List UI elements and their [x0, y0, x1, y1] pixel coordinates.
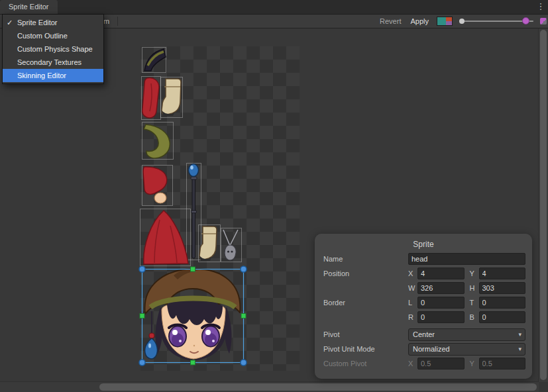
y-label: Y [470, 270, 476, 277]
border-row-rb: R B [315, 310, 532, 324]
menu-item-secondary-textures[interactable]: Secondary Textures [3, 56, 103, 69]
border-row-lt: Border L T [315, 295, 532, 310]
border-t-input[interactable] [479, 297, 526, 309]
zoom-slider[interactable] [459, 15, 533, 28]
border-label: Border [323, 299, 408, 307]
h-label: H [470, 284, 476, 292]
pivot-value: Center [413, 330, 435, 338]
rgb-swatch-icon[interactable] [437, 17, 453, 26]
l-label: L [408, 299, 414, 307]
horizontal-scrollbar-thumb[interactable] [99, 383, 537, 391]
revert-button[interactable]: Revert [378, 17, 402, 25]
position-h-input[interactable] [479, 282, 526, 294]
position-row-wh: W H [315, 281, 532, 295]
custom-pivot-x-label: X [408, 360, 414, 368]
name-label: Name [323, 255, 408, 263]
zoom-slider-thumb[interactable] [522, 17, 529, 24]
r-label: R [408, 313, 414, 321]
checkmark-icon: ✓ [7, 16, 15, 29]
custom-pivot-y-label: Y [470, 360, 476, 368]
name-row: Name [315, 252, 532, 266]
window-tab-sprite-editor[interactable]: Sprite Editor [0, 0, 58, 14]
pivot-row: Pivot Center ▾ [315, 327, 532, 342]
custom-pivot-row: Custom Pivot X Y [315, 356, 532, 371]
horizontal-scrollbar[interactable] [0, 381, 539, 392]
trim-button-partial[interactable]: m [103, 15, 109, 28]
vertical-scrollbar-thumb[interactable] [540, 30, 547, 380]
b-label: B [470, 313, 476, 321]
menu-item-custom-outline[interactable]: Custom Outline [3, 29, 103, 42]
pivot-unit-mode-value: Normalized [413, 345, 450, 353]
position-x-input[interactable] [417, 268, 465, 279]
scrollbar-corner [539, 382, 548, 392]
apply-button[interactable]: Apply [409, 17, 430, 25]
custom-pivot-label: Custom Pivot [323, 360, 408, 368]
border-b-input[interactable] [479, 311, 526, 323]
chevron-down-icon: ▾ [518, 331, 521, 338]
vertical-scrollbar[interactable] [538, 28, 548, 382]
chevron-down-icon: ▾ [518, 346, 521, 352]
panel-title: Sprite [315, 237, 532, 252]
position-y-input[interactable] [479, 268, 526, 279]
pivot-dropdown[interactable]: Center ▾ [408, 328, 525, 341]
sprite-editor-window: Sprite Name Position X Y [0, 0, 548, 392]
kebab-menu-icon[interactable]: ⋮ [535, 0, 546, 13]
custom-pivot-x-input [417, 358, 465, 369]
pivot-label: Pivot [323, 330, 408, 338]
x-label: X [408, 270, 414, 277]
border-l-input[interactable] [417, 297, 465, 309]
zoom-slider-min-dot [459, 19, 465, 24]
pivot-unit-mode-label: Pivot Unit Mode [323, 345, 408, 353]
sprite-inspector-panel: Sprite Name Position X Y [315, 234, 532, 379]
toolbar-separator [117, 17, 118, 26]
title-bar: Sprite Editor ⋮ [0, 0, 548, 15]
position-row-xy: Position X Y [315, 266, 532, 281]
menu-item-skinning-editor[interactable]: Skinning Editor [3, 69, 103, 82]
position-w-input[interactable] [417, 282, 465, 294]
pivot-unit-mode-dropdown[interactable]: Normalized ▾ [408, 343, 525, 356]
menu-item-custom-physics-shape[interactable]: Custom Physics Shape [3, 42, 103, 56]
w-label: W [408, 284, 414, 292]
border-r-input[interactable] [417, 311, 465, 323]
t-label: T [470, 299, 476, 307]
position-label: Position [323, 270, 408, 277]
name-input[interactable] [408, 253, 525, 265]
alpha-toggle-icon[interactable] [540, 18, 547, 24]
custom-pivot-y-input [479, 358, 526, 369]
pivot-unit-mode-row: Pivot Unit Mode Normalized ▾ [315, 342, 532, 356]
sprite-editor-mode-menu: ✓ Sprite Editor Custom Outline Custom Ph… [2, 14, 104, 84]
texture-canvas[interactable] [140, 46, 300, 371]
menu-item-sprite-editor[interactable]: ✓ Sprite Editor [3, 16, 103, 29]
